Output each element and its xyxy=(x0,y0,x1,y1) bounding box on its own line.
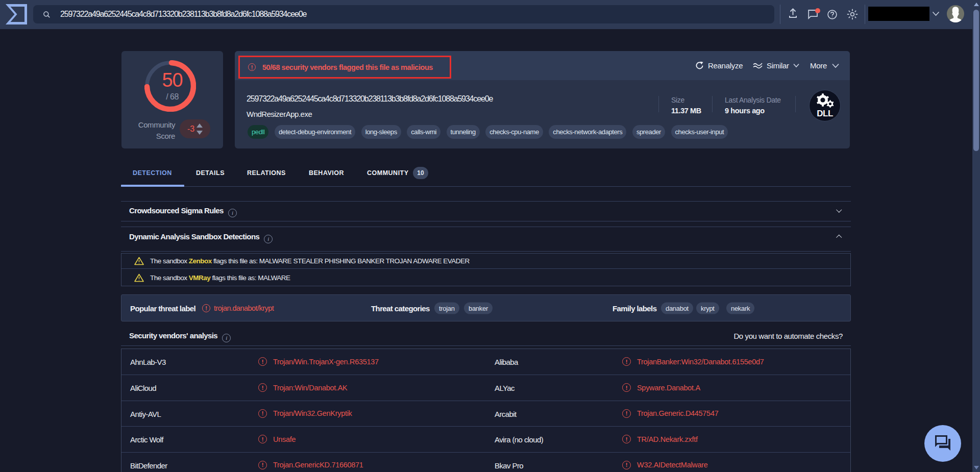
svg-text:DLL: DLL xyxy=(817,109,833,118)
